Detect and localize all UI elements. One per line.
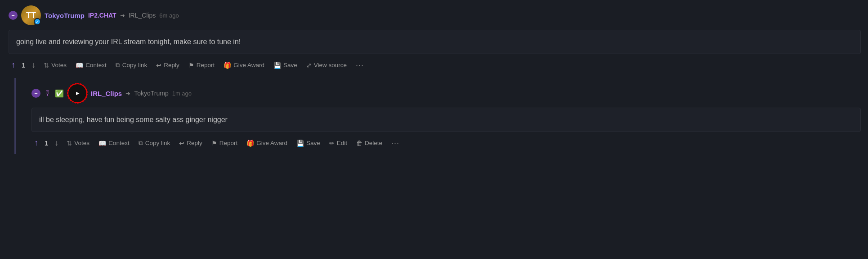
save-button-1[interactable]: 💾 Save	[270, 60, 301, 71]
context-icon-2: 📖	[98, 140, 106, 147]
reply-icon-1: ↩	[156, 62, 161, 69]
copy-link-icon-1: ⧉	[116, 61, 120, 69]
reply-arrow-1: ➜	[120, 12, 125, 19]
downvote-button-2[interactable]: ↓	[52, 136, 61, 150]
view-source-icon-1: ⤢	[306, 62, 312, 69]
upvote-button-1[interactable]: ↑	[9, 59, 18, 72]
verified-badge-1: ✓	[34, 18, 41, 25]
context-label-1: Context	[85, 62, 107, 68]
report-icon-2: ⚑	[211, 140, 217, 147]
delete-button-2[interactable]: 🗑 Delete	[353, 138, 386, 149]
avatar-image-irl: ▶	[67, 83, 87, 103]
save-button-2[interactable]: 💾 Save	[293, 138, 324, 149]
copy-link-icon-2: ⧉	[139, 139, 143, 147]
vote-count-2: 1	[43, 139, 50, 147]
context-button-2[interactable]: 📖 Context	[95, 138, 133, 149]
mic-icon-2: 🎙	[44, 89, 51, 97]
reply-to-2[interactable]: TokyoTrump	[134, 90, 169, 97]
comment-2-header: − 🎙 ✅ ▶ IRL_Clips ➜ TokyoTrump 1m ago	[31, 83, 861, 103]
context-icon-1: 📖	[76, 62, 83, 69]
collapse-button-1[interactable]: −	[9, 11, 18, 20]
report-button-1[interactable]: ⚑ Report	[185, 60, 219, 71]
context-button-1[interactable]: 📖 Context	[72, 60, 110, 71]
green-check-2: ✅	[55, 89, 64, 98]
reply-button-1[interactable]: ↩ Reply	[152, 60, 183, 71]
copy-link-label-1: Copy link	[122, 62, 148, 68]
view-source-label-1: View source	[314, 62, 347, 68]
copy-link-label-2: Copy link	[145, 140, 170, 146]
votes-label-1: Votes	[51, 62, 67, 68]
edit-label-2: Edit	[337, 140, 347, 146]
username-tokyotrump[interactable]: TokyoTrump	[45, 12, 85, 19]
action-bar-2: ↑ 1 ↓ ⇅ Votes 📖 Context ⧉ Copy link ↩ Re…	[31, 133, 861, 154]
votes-button-2[interactable]: ⇅ Votes	[63, 138, 93, 149]
reply-button-2[interactable]: ↩ Reply	[175, 138, 206, 149]
report-icon-1: ⚑	[188, 62, 194, 69]
context-label-2: Context	[108, 140, 130, 146]
comment-text-1: going live and reviewing your IRL stream…	[16, 38, 241, 45]
reply-label-1: Reply	[164, 62, 179, 68]
edit-button-2[interactable]: ✏ Edit	[326, 138, 351, 149]
comment-body-1: going live and reviewing your IRL stream…	[9, 30, 861, 54]
votes-icon-2: ⇅	[67, 140, 72, 147]
comment-text-2: ill be sleeping, have fun being some sal…	[39, 116, 228, 123]
action-bar-1: ↑ 1 ↓ ⇅ Votes 📖 Context ⧉ Copy link ↩ Re…	[9, 55, 861, 76]
reply-to-1[interactable]: IRL_Clips	[129, 12, 156, 19]
reply-arrow-2: ➜	[125, 90, 130, 97]
comment-1-header: − TT ✓ TokyoTrump IP2.CHAT ➜ IRL_Clips 6…	[9, 5, 861, 25]
give-award-icon-1: 🎁	[224, 62, 231, 69]
give-award-button-1[interactable]: 🎁 Give Award	[220, 60, 268, 71]
edit-icon-2: ✏	[329, 140, 335, 147]
delete-label-2: Delete	[365, 140, 382, 146]
give-award-label-2: Give Award	[256, 140, 287, 146]
reply-label-2: Reply	[187, 140, 202, 146]
votes-button-1[interactable]: ⇅ Votes	[40, 60, 70, 71]
give-award-label-1: Give Award	[233, 62, 264, 68]
save-label-2: Save	[306, 140, 320, 146]
copy-link-button-2[interactable]: ⧉ Copy link	[135, 137, 174, 149]
avatar-tokyotrump: TT ✓	[21, 5, 41, 25]
comment-2-wrapper: − 🎙 ✅ ▶ IRL_Clips ➜ TokyoTrump 1m ago il…	[14, 78, 868, 154]
reply-icon-2: ↩	[179, 140, 184, 147]
save-icon-1: 💾	[273, 62, 281, 69]
vote-count-1: 1	[20, 61, 27, 69]
copy-link-button-1[interactable]: ⧉ Copy link	[112, 59, 151, 71]
downvote-button-1[interactable]: ↓	[29, 59, 38, 72]
save-icon-2: 💾	[296, 140, 304, 147]
give-award-icon-2: 🎁	[246, 140, 254, 147]
save-label-1: Save	[283, 62, 297, 68]
more-button-2[interactable]: ···	[388, 136, 403, 150]
timestamp-1: 6m ago	[159, 12, 179, 19]
more-button-1[interactable]: ···	[352, 59, 367, 72]
votes-icon-1: ⇅	[44, 62, 49, 69]
comment-body-2: ill be sleeping, have fun being some sal…	[31, 108, 861, 132]
delete-icon-2: 🗑	[356, 140, 362, 147]
report-button-2[interactable]: ⚑ Report	[208, 138, 242, 149]
collapse-button-2[interactable]: −	[31, 89, 40, 98]
comment-1: − TT ✓ TokyoTrump IP2.CHAT ➜ IRL_Clips 6…	[0, 0, 868, 76]
avatar-irl: ▶	[67, 83, 87, 103]
give-award-button-2[interactable]: 🎁 Give Award	[243, 138, 291, 149]
report-label-2: Report	[219, 140, 238, 146]
comment-2: − 🎙 ✅ ▶ IRL_Clips ➜ TokyoTrump 1m ago il…	[23, 78, 868, 154]
view-source-button-1[interactable]: ⤢ View source	[303, 60, 350, 71]
timestamp-2: 1m ago	[172, 90, 192, 97]
votes-label-2: Votes	[74, 140, 89, 146]
ip2chat-badge: IP2.CHAT	[88, 12, 116, 19]
report-label-1: Report	[197, 62, 215, 68]
username-irl[interactable]: IRL_Clips	[91, 90, 122, 97]
upvote-button-2[interactable]: ↑	[31, 136, 41, 150]
